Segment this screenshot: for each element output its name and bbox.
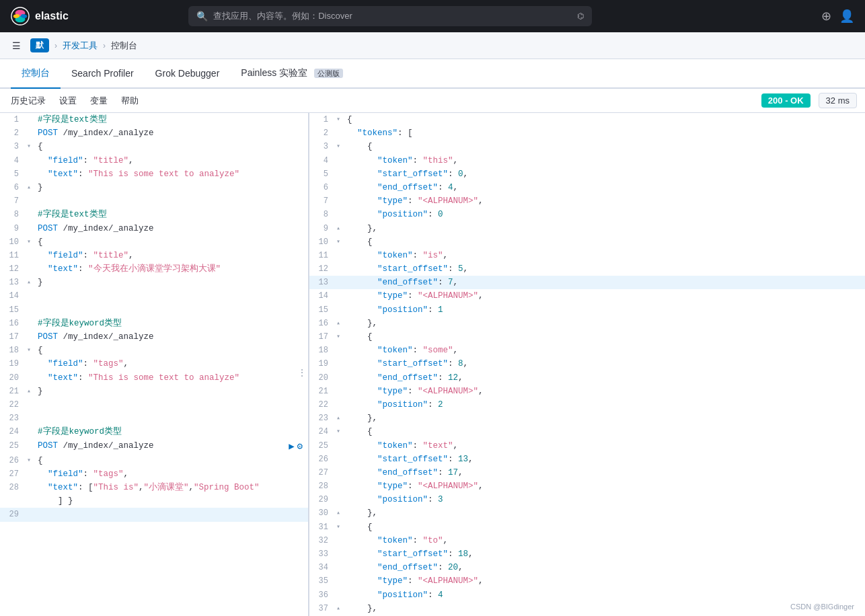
panel-resize-handle[interactable]: ⋮ [304,113,308,616]
table-row: 1 #字段是text类型 [0,113,308,126]
table-row: 2 "tokens": [ [309,126,865,140]
breadcrumb-console[interactable]: 控制台 [111,40,137,52]
table-row: 20 "text": "This is some text to analyze… [0,371,308,385]
table-row: 1 ▾ { [309,113,865,126]
table-row: 28 "type": "<ALPHANUM>", [309,479,865,493]
history-button[interactable]: 历史记录 [8,93,48,108]
table-row: 15 [0,303,308,317]
table-row: 4 "field": "title", [0,154,308,167]
top-navigation-bar: elastic 🔍 查找应用、内容等。例如：Discover ⌬ ⊕ 👤 [0,0,865,32]
table-row: 21 "type": "<ALPHANUM>", [309,385,865,398]
ai-shortcut-icon: ⌬ [577,11,584,21]
elastic-logo-icon [11,7,30,26]
table-row: 27 "end_offset": 17, [309,466,865,479]
table-row: 14 [0,289,308,303]
table-row: 25 POST /my_index/_analyze ▶ ⚙ [0,439,308,454]
breadcrumb-separator-1: › [54,41,57,50]
table-row: 6 ▴ } [0,181,308,194]
table-row: 21 ▴ } [0,385,308,398]
search-icon: 🔍 [196,11,208,22]
table-row: 24 #字段是keyword类型 [0,425,308,438]
painless-lab-badge: 公测版 [314,69,343,78]
table-row: 36 "position": 4 [309,588,865,602]
global-search-bar[interactable]: 🔍 查找应用、内容等。例如：Discover ⌬ [188,6,592,26]
table-row: 13 "end_offset": 7, [309,276,865,289]
table-row: 29 [0,508,308,521]
table-row: 13 ▴ } [0,276,308,289]
tab-search-profiler[interactable]: Search Profiler [61,60,145,88]
table-row: 10 ▾ { [0,235,308,249]
status-badge: 200 - OK [761,93,811,108]
variables-button[interactable]: 变量 [87,93,110,108]
table-row: 9 ▴ }, [309,222,865,235]
search-placeholder: 查找应用、内容等。例如：Discover [213,10,352,22]
breadcrumb-bar: ☰ 默 › 开发工具 › 控制台 [0,32,865,59]
table-row: ] } [0,494,308,508]
table-row: 29 "position": 3 [309,493,865,506]
run-button[interactable]: ▶ [289,439,294,454]
table-row: 35 "type": "<ALPHANUM>", [309,574,865,588]
table-row: 22 [0,398,308,412]
table-row: 16 #字段是keyword类型 [0,317,308,330]
tab-console[interactable]: 控制台 [11,59,61,89]
table-row: 4 "token": "this", [309,154,865,167]
table-row: 31 ▾ { [309,521,865,534]
table-row: 18 "token": "some", [309,344,865,357]
tab-bar: 控制台 Search Profiler Grok Debugger Painle… [0,59,865,89]
table-row: 26 "start_offset": 13, [309,453,865,466]
elastic-logo[interactable]: elastic [11,7,69,26]
table-row: 11 "token": "is", [309,249,865,262]
table-row: 30 ▴ }, [309,506,865,520]
table-row: 8 #字段是text类型 [0,208,308,221]
user-chip: 默 [30,38,49,52]
table-row: 19 "field": "tags", [0,357,308,371]
table-row: 16 ▴ }, [309,317,865,330]
table-row: 8 "position": 0 [309,208,865,221]
table-row: 33 "start_offset": 18, [309,547,865,561]
table-row: 23 [0,412,308,425]
table-row: 17 POST /my_index/_analyze [0,330,308,344]
table-row: 9 POST /my_index/_analyze [0,222,308,235]
table-row: 26 ▾ { [0,454,308,467]
table-row: 10 ▾ { [309,235,865,249]
breadcrumb-dev-tools[interactable]: 开发工具 [63,40,98,52]
table-row: 23 ▴ }, [309,412,865,425]
time-badge: 32 ms [819,93,857,108]
table-row: 25 "token": "text", [309,439,865,453]
left-code-editor[interactable]: 1 #字段是text类型 2 POST /my_index/_analyze 3… [0,113,308,616]
table-row: 14 "type": "<ALPHANUM>", [309,289,865,303]
right-code-editor[interactable]: 1 ▾ { 2 "tokens": [ 3 ▾ { 4 "token" [309,113,865,616]
editor-area: 1 #字段是text类型 2 POST /my_index/_analyze 3… [0,113,865,616]
table-row: 3 ▾ { [309,140,865,153]
copy-button[interactable]: ⚙ [297,439,303,454]
table-row: 18 ▾ { [0,344,308,357]
table-row: 34 "end_offset": 20, [309,561,865,574]
table-row: 11 "field": "title", [0,249,308,262]
user-avatar-icon[interactable]: 👤 [839,9,854,24]
table-row: 17 ▾ { [309,330,865,344]
table-row: 24 ▾ { [309,425,865,438]
table-row: 28 "text": ["This is","小滴课堂","Spring Boo… [0,481,308,494]
tab-painless-lab[interactable]: Painless 实验室 公测版 [230,59,354,89]
table-row: 12 "start_offset": 5, [309,262,865,276]
editor-toolbar: 历史记录 设置 变量 帮助 200 - OK 32 ms [0,89,865,113]
table-row: 27 "field": "tags", [0,467,308,481]
top-bar-actions: ⊕ 👤 [821,9,854,24]
breadcrumb-separator-2: › [103,41,106,50]
hamburger-menu-button[interactable]: ☰ [8,38,25,54]
table-row: 7 "type": "<ALPHANUM>", [309,194,865,208]
table-row: 22 "position": 2 [309,398,865,412]
table-row: 19 "start_offset": 8, [309,357,865,371]
table-row: 20 "end_offset": 12, [309,371,865,385]
table-row: 7 [0,194,308,208]
table-row: 5 "text": "This is some text to analyze" [0,167,308,181]
right-output-panel: 1 ▾ { 2 "tokens": [ 3 ▾ { 4 "token" [309,113,865,616]
table-row: 12 "text": "今天我在小滴课堂学习架构大课" [0,262,308,276]
table-row: 3 ▾ { [0,140,308,153]
elastic-wordmark: elastic [35,10,69,22]
settings-button[interactable]: 设置 [57,93,79,108]
help-button[interactable]: 帮助 [118,93,141,108]
table-row: 37 ▴ }, [309,602,865,615]
help-icon[interactable]: ⊕ [821,9,831,24]
tab-grok-debugger[interactable]: Grok Debugger [145,60,231,88]
